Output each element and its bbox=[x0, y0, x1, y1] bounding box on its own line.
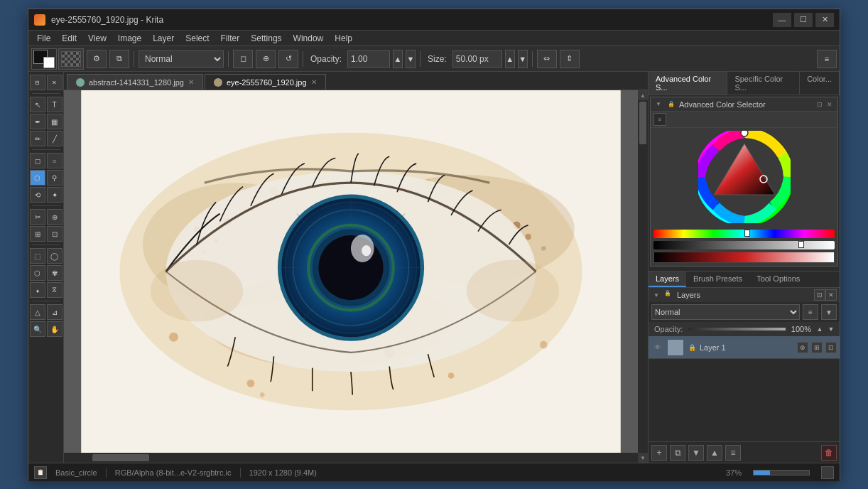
scroll-down-btn[interactable]: ▼ bbox=[638, 453, 648, 463]
tab-advanced-color[interactable]: Advanced Color S... bbox=[649, 72, 727, 95]
maximize-button[interactable]: ☐ bbox=[794, 13, 813, 27]
menu-filter[interactable]: Filter bbox=[215, 32, 246, 45]
freehand-tool[interactable]: ⟲ bbox=[30, 187, 45, 203]
size-down-btn[interactable]: ▼ bbox=[518, 50, 528, 68]
layer-blend-select[interactable]: Normal bbox=[651, 304, 800, 320]
minimize-button[interactable]: — bbox=[773, 13, 791, 27]
menu-edit[interactable]: Edit bbox=[56, 32, 82, 45]
tab-color-history[interactable]: Color... bbox=[800, 72, 840, 95]
value-slider[interactable] bbox=[653, 241, 835, 249]
layer-filter-btn[interactable]: ≡ bbox=[803, 304, 818, 320]
mirror-h-btn[interactable]: ⇔ bbox=[537, 50, 557, 68]
more-btn[interactable]: ≡ bbox=[817, 50, 837, 68]
hue-thumb[interactable] bbox=[744, 230, 750, 237]
layer-opacity-up[interactable]: ▲ bbox=[814, 323, 825, 335]
zoom-tool[interactable]: 🔍 bbox=[30, 321, 45, 337]
tab-layers[interactable]: Layers bbox=[649, 272, 686, 287]
pan-tool[interactable]: ✋ bbox=[47, 321, 63, 337]
canvas-image[interactable] bbox=[64, 90, 638, 453]
opacity-up-btn[interactable]: ▲ bbox=[393, 50, 403, 68]
tab-specific-color[interactable]: Specific Color S... bbox=[727, 72, 800, 95]
preserve-alpha-btn[interactable]: ⊕ bbox=[256, 50, 276, 68]
rect-select-tool[interactable]: ⬚ bbox=[30, 248, 45, 264]
value-thumb[interactable] bbox=[798, 241, 804, 248]
layer-action-2[interactable]: ⊞ bbox=[811, 342, 823, 353]
erase-btn[interactable]: ◻ bbox=[233, 50, 253, 68]
scroll-h-thumb[interactable] bbox=[92, 454, 149, 461]
tab-brush-presets[interactable]: Brush Presets bbox=[686, 272, 749, 287]
layer-visibility-btn[interactable]: 👁 bbox=[651, 341, 664, 354]
copy-layer-btn[interactable]: ⧉ bbox=[670, 445, 685, 461]
layer-opacity-down[interactable]: ▼ bbox=[825, 323, 837, 335]
menu-help[interactable]: Help bbox=[329, 32, 358, 45]
layers-float-btn[interactable]: ⊡ bbox=[814, 289, 825, 301]
select-tool[interactable]: ↖ bbox=[30, 97, 45, 112]
opacity-down-btn[interactable]: ▼ bbox=[406, 50, 416, 68]
poly-select-tool[interactable]: ⬡ bbox=[30, 265, 45, 281]
ellipse-tool[interactable]: ○ bbox=[47, 153, 63, 168]
tab-close-abstract[interactable]: ✕ bbox=[188, 78, 194, 86]
line-tool[interactable]: ╱ bbox=[47, 131, 63, 146]
tool-options-btn[interactable]: ⚙ bbox=[87, 50, 107, 68]
bezier-tool[interactable]: ⚲ bbox=[47, 170, 63, 186]
size-input[interactable] bbox=[452, 50, 502, 68]
layer-action-1[interactable]: ⊕ bbox=[797, 342, 808, 353]
menu-window[interactable]: Window bbox=[288, 32, 330, 45]
close-toolbox-btn[interactable]: ✕ bbox=[47, 75, 63, 90]
move-layer-up-btn[interactable]: ▲ bbox=[707, 445, 722, 461]
zoom-slider[interactable] bbox=[753, 470, 810, 475]
opacity-input[interactable] bbox=[347, 50, 390, 68]
calligraphy-tool[interactable]: ✒ bbox=[30, 114, 45, 129]
similar-select-tool[interactable]: ⧖ bbox=[47, 282, 63, 298]
menu-view[interactable]: View bbox=[82, 32, 112, 45]
layer-filter-btn2[interactable]: ▼ bbox=[821, 304, 837, 320]
scroll-v-thumb[interactable] bbox=[639, 102, 646, 144]
menu-select[interactable]: Select bbox=[180, 32, 215, 45]
blend-mode-select[interactable]: Normal bbox=[139, 50, 224, 68]
vertical-scrollbar[interactable]: ▲ ▼ bbox=[638, 90, 648, 463]
color-settings-btn[interactable]: ≡ bbox=[653, 113, 666, 126]
tab-abstract[interactable]: abstract-1414331_1280.jpg ✕ bbox=[67, 74, 203, 90]
add-layer-btn[interactable]: + bbox=[651, 445, 667, 461]
polygon-tool[interactable]: ⬡ bbox=[30, 170, 45, 186]
freehand-select-tool[interactable]: ✾ bbox=[47, 265, 63, 281]
rect-tool[interactable]: ◻ bbox=[30, 153, 45, 168]
reset-btn[interactable]: ↺ bbox=[278, 50, 298, 68]
reference-tool[interactable]: ⊿ bbox=[47, 304, 63, 320]
color-wheel-area[interactable] bbox=[651, 128, 837, 226]
tab-tool-options[interactable]: Tool Options bbox=[749, 272, 807, 287]
mirror-btn[interactable]: ⧉ bbox=[109, 50, 129, 68]
crop-tool[interactable]: ✂ bbox=[30, 209, 45, 225]
delete-layer-btn[interactable]: 🗑 bbox=[821, 445, 837, 461]
warp-tool[interactable]: ⊞ bbox=[30, 226, 45, 242]
foreground-color-btn[interactable] bbox=[31, 48, 57, 70]
scroll-v-track[interactable] bbox=[638, 100, 648, 453]
size-up-btn[interactable]: ▲ bbox=[505, 50, 515, 68]
tool-options-toggle[interactable]: ⊟ bbox=[30, 75, 45, 90]
layer-item-1[interactable]: 👁 🔒 Layer 1 ⊕ ⊞ ⊡ bbox=[649, 336, 840, 359]
layer-properties-btn[interactable]: ≡ bbox=[725, 445, 741, 461]
panel-collapse-btn[interactable]: ▼ bbox=[653, 100, 663, 109]
measure-tool[interactable]: △ bbox=[30, 304, 45, 320]
menu-file[interactable]: File bbox=[31, 32, 56, 45]
hue-slider[interactable] bbox=[653, 230, 835, 238]
scroll-up-btn[interactable]: ▲ bbox=[638, 90, 648, 100]
dynamic-brush-tool[interactable]: ✦ bbox=[47, 187, 63, 203]
fill-tool[interactable]: ▦ bbox=[47, 114, 63, 129]
cage-tool[interactable]: ⊡ bbox=[47, 226, 63, 242]
brush-tool[interactable]: ✏ bbox=[30, 131, 45, 146]
layer-action-3[interactable]: ⊡ bbox=[825, 342, 837, 353]
menu-image[interactable]: Image bbox=[112, 32, 147, 45]
layers-collapse-btn[interactable]: ▼ bbox=[651, 290, 661, 300]
mirror-v-btn[interactable]: ⇕ bbox=[560, 50, 580, 68]
panel-float-btn[interactable]: ⊡ bbox=[815, 100, 825, 109]
color-pattern-btn[interactable] bbox=[58, 48, 84, 70]
tab-close-eye[interactable]: ✕ bbox=[311, 78, 317, 86]
contiguous-select-tool[interactable]: ⬧ bbox=[30, 282, 45, 298]
menu-settings[interactable]: Settings bbox=[245, 32, 287, 45]
horizontal-scrollbar[interactable] bbox=[64, 453, 638, 463]
text-tool[interactable]: T bbox=[47, 97, 63, 112]
move-layer-down-btn[interactable]: ▼ bbox=[688, 445, 704, 461]
layers-close-btn[interactable]: ✕ bbox=[825, 289, 837, 301]
menu-layer[interactable]: Layer bbox=[147, 32, 180, 45]
